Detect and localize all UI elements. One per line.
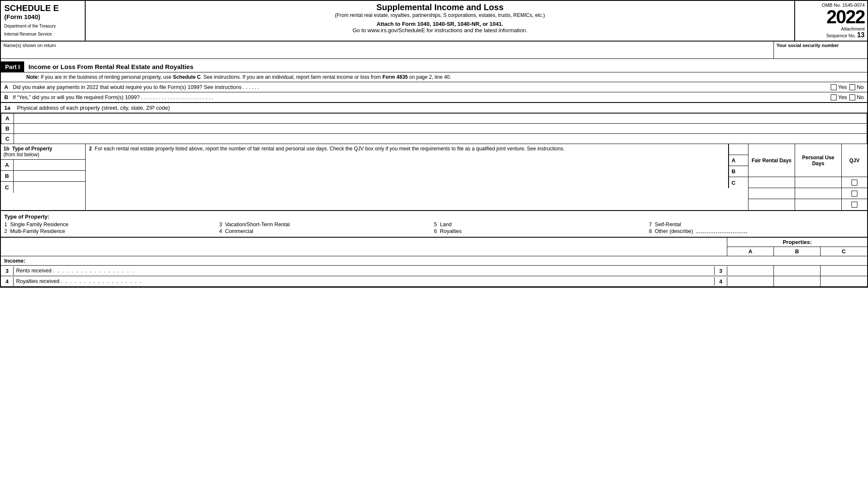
- personal-use-c[interactable]: [795, 199, 842, 210]
- type-input-c[interactable]: [14, 182, 85, 193]
- addr-input-a[interactable]: [14, 114, 867, 124]
- addr-label-b: B: [1, 124, 14, 134]
- ssn-cell: Your social security number: [774, 42, 867, 58]
- checkbox-a-yes[interactable]: [831, 84, 837, 90]
- income-num-3: 3: [1, 266, 14, 275]
- name-cell: Name(s) shown on return: [1, 42, 774, 58]
- prop-type-left: 1b Type of Property (from list below) A …: [1, 144, 86, 210]
- properties-header-label: Properties:: [727, 238, 867, 247]
- type-col-1: 1 Single Family Residence 2 Multi-Family…: [4, 222, 219, 234]
- addr-input-b[interactable]: [14, 124, 867, 134]
- type-num-8: 8: [649, 228, 652, 234]
- question-b-text: If “Yes,” did you or will you file requi…: [13, 94, 831, 100]
- type-num-4: 4: [219, 228, 222, 234]
- abc-label-c: C: [729, 180, 738, 186]
- personal-use-a[interactable]: [795, 177, 842, 188]
- income-num-4: 4: [1, 277, 14, 286]
- fair-rental-c[interactable]: [748, 199, 795, 210]
- personal-use-header: Personal Use Days: [795, 144, 842, 177]
- type-item-2: 2 Multi-Family Residence: [4, 228, 219, 234]
- question-b-yes[interactable]: Yes: [831, 94, 847, 100]
- checkbox-b-no[interactable]: [849, 94, 855, 100]
- question-b-letter: B: [4, 94, 13, 100]
- type-col-3: 5 Land 6 Royalties: [434, 222, 649, 234]
- prop-type-header: 1b Type of Property (from list below): [1, 144, 85, 160]
- fair-rental-a[interactable]: [748, 177, 795, 188]
- no-label-a: No: [857, 84, 864, 90]
- go-line: Go to www.irs.gov/ScheduleE for instruct…: [89, 27, 791, 33]
- type-label-c: C: [1, 182, 14, 193]
- question-a-no[interactable]: No: [849, 84, 864, 90]
- part1-title: Income or Loss From Rental Real Estate a…: [24, 61, 198, 72]
- row-1a-num: 1a: [4, 105, 17, 111]
- type-label-7: Self-Rental: [655, 222, 681, 227]
- type-label-3: Vacation/Short-Term Rental: [225, 222, 290, 227]
- income-cell-4b[interactable]: [774, 276, 821, 286]
- dept-line2: Internal Revenue Service: [4, 32, 81, 36]
- schedule-title-block: SCHEDULE E (Form 1040) Department of the…: [1, 1, 86, 41]
- checkbox-b-yes[interactable]: [831, 94, 837, 100]
- abc-label-a: A: [729, 157, 738, 164]
- qjv-c[interactable]: [842, 199, 867, 210]
- form-number: (Form 1040): [4, 13, 81, 20]
- qjv-checkbox-c[interactable]: [851, 202, 857, 208]
- name-input[interactable]: [3, 48, 771, 57]
- question-a-yesno: Yes No: [831, 84, 864, 90]
- income-cell-4a[interactable]: [727, 276, 774, 286]
- attach-line: Attach to Form 1040, 1040-SR, 1040-NR, o…: [89, 21, 791, 27]
- income-linenum-4: 4: [715, 277, 727, 286]
- dots-4: . . . . . . . . . . . . . . . . . .: [61, 278, 142, 284]
- properties-cols: Properties: A B C: [727, 238, 867, 256]
- question-b-no[interactable]: No: [849, 94, 864, 100]
- income-cell-3b[interactable]: [774, 266, 821, 276]
- type-of-property-title: Type of Property:: [4, 214, 864, 220]
- type-input-b[interactable]: [14, 171, 85, 181]
- question-a-yes[interactable]: Yes: [831, 84, 847, 90]
- checkbox-a-no[interactable]: [849, 84, 855, 90]
- personal-use-b[interactable]: [795, 188, 842, 199]
- prop-type-section: 1b Type of Property (from list below) A …: [1, 144, 867, 211]
- fair-rental-header: Fair Rental Days: [748, 144, 795, 177]
- question-b-row: B If “Yes,” did you or will you file req…: [1, 92, 867, 103]
- form-year: 2022: [798, 8, 865, 26]
- row-2-num: 2: [89, 146, 92, 152]
- type-num-7: 7: [649, 222, 652, 227]
- income-cell-3a[interactable]: [727, 266, 774, 276]
- prop-abc-b: B: [729, 166, 748, 177]
- schedule-title: SCHEDULE E: [4, 3, 81, 13]
- type-label-a: A: [1, 160, 14, 170]
- type-row-c: C: [1, 182, 85, 193]
- qjv-a[interactable]: [842, 177, 867, 188]
- type-row-b: B: [1, 171, 85, 182]
- addr-input-c[interactable]: [14, 134, 867, 144]
- income-row-4: 4 Royalties received . . . . . . . . . .…: [1, 276, 867, 287]
- type-input-a[interactable]: [14, 160, 85, 170]
- qjv-b[interactable]: [842, 188, 867, 199]
- row-1b-label: Type of Property: [12, 146, 52, 152]
- header-center: Supplemental Income and Loss (From renta…: [86, 1, 795, 41]
- ssn-input[interactable]: [776, 48, 865, 57]
- qjv-checkbox-a[interactable]: [851, 180, 857, 186]
- prop-instruction-text: 2 For each rental real estate property l…: [86, 144, 729, 188]
- col-a-header: A: [727, 247, 774, 256]
- income-left-spacer: [1, 238, 727, 256]
- ssn-label: Your social security number: [776, 43, 865, 48]
- qjv-checkbox-b[interactable]: [851, 191, 857, 197]
- income-cell-3c[interactable]: [821, 266, 867, 276]
- fair-rental-b[interactable]: [748, 188, 795, 199]
- note-text: If you are in the business of renting pe…: [41, 74, 451, 80]
- type-item-3: 3 Vacation/Short-Term Rental: [219, 222, 434, 227]
- name-ssn-row: Name(s) shown on return Your social secu…: [1, 42, 867, 59]
- other-describe-line[interactable]: [696, 233, 747, 233]
- type-label-b: B: [1, 171, 14, 181]
- type-num-1: 1: [4, 222, 7, 227]
- question-a-row: A Did you make any payments in 2022 that…: [1, 82, 867, 92]
- col-b-header: B: [774, 247, 821, 256]
- qjv-header: QJV: [842, 144, 867, 177]
- yes-label-b: Yes: [838, 94, 847, 100]
- type-row-a: A: [1, 160, 85, 171]
- properties-abc-row: A B C: [727, 247, 867, 256]
- income-section-label: Income:: [1, 256, 867, 266]
- type-label-1: Single Family Residence: [10, 222, 69, 227]
- income-cell-4c[interactable]: [821, 276, 867, 286]
